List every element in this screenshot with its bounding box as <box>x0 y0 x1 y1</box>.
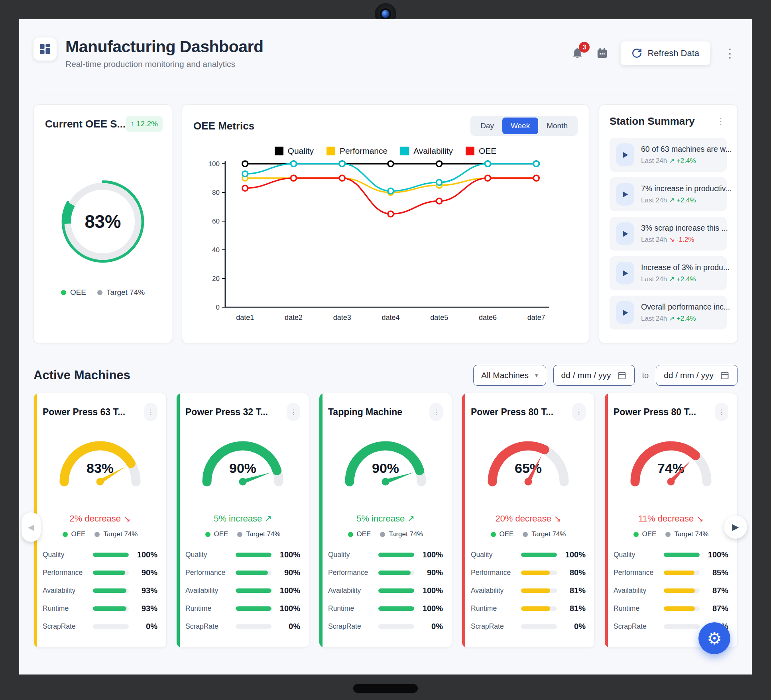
svg-text:83%: 83% <box>85 212 121 232</box>
metric-label: Quality <box>614 551 664 559</box>
metric-value: 90% <box>129 568 157 577</box>
summary-row: Current OEE S... ↑ 12.2% 83% OEE Target … <box>33 104 738 343</box>
target-legend-dot <box>380 532 385 537</box>
date-to-input[interactable]: dd / mm / yyy <box>656 365 738 386</box>
machine-metric-row: Availability 93% <box>43 586 157 595</box>
machine-card-title: Power Press 32 T... <box>185 407 268 418</box>
metric-label: Availability <box>185 586 236 595</box>
machine-filter-select[interactable]: All Machines ▾ <box>473 365 546 386</box>
machine-gauge-legend: OEE Target 74% <box>614 530 728 538</box>
machine-metric-row: Quality 100% <box>614 550 728 559</box>
machine-card: Power Press 80 T... ⋮ 74% 11% decrease ↘… <box>604 393 738 648</box>
date-from-input[interactable]: dd / mm / yyy <box>553 365 635 386</box>
station-item-meta: Last 24h ↗ +2.4% <box>641 196 732 204</box>
metric-value: 85% <box>700 568 728 577</box>
metric-value: 80% <box>557 568 586 577</box>
station-item-title: 7% increase in productiv... <box>641 184 732 193</box>
svg-text:90%: 90% <box>229 461 256 476</box>
svg-text:60: 60 <box>212 218 220 225</box>
metric-label: ScrapRate <box>185 622 236 631</box>
machine-metric-row: Availability 100% <box>328 586 443 595</box>
metric-value: 100% <box>271 550 300 559</box>
target-legend-dot <box>94 532 100 537</box>
range-tab-week[interactable]: Week <box>502 118 538 134</box>
svg-text:date1: date1 <box>236 314 254 322</box>
target-legend-dot <box>665 532 671 537</box>
machine-filter-value: All Machines <box>481 371 529 380</box>
metric-label: Availability <box>328 586 378 595</box>
refresh-data-button[interactable]: Refresh Data <box>620 41 710 65</box>
machine-card-menu-button[interactable]: ⋮ <box>144 403 157 421</box>
machine-metrics: Quality 100% Performance 85% Availabilit… <box>614 550 728 631</box>
svg-text:date6: date6 <box>479 314 497 322</box>
header-menu-button[interactable]: ⋮ <box>722 46 738 61</box>
station-summary-item[interactable]: 7% increase in productiv... Last 24h ↗ +… <box>610 177 727 211</box>
svg-text:90%: 90% <box>372 461 399 476</box>
machine-card-menu-button[interactable]: ⋮ <box>429 403 443 421</box>
metric-bar <box>93 606 129 611</box>
chart-legend: QualityPerformanceAvailabilityOEE <box>193 146 578 156</box>
metric-bar <box>378 588 414 593</box>
machine-oee-gauge: 83% <box>52 431 148 491</box>
notification-badge: 3 <box>579 42 590 53</box>
refresh-label: Refresh Data <box>647 48 699 59</box>
metric-label: Performance <box>328 569 378 577</box>
station-summary-item[interactable]: Overall performance inc... Last 24h ↗ +2… <box>610 296 727 329</box>
machine-metric-row: Performance 90% <box>43 568 157 577</box>
play-icon <box>616 222 634 245</box>
machine-card-menu-button[interactable]: ⋮ <box>287 403 300 421</box>
svg-text:0: 0 <box>216 304 219 311</box>
metric-bar <box>236 553 271 557</box>
legend-swatch <box>275 147 283 155</box>
metric-bar <box>93 571 129 575</box>
machine-card-menu-button[interactable]: ⋮ <box>715 403 728 421</box>
metric-bar <box>664 624 700 629</box>
machine-metric-row: ScrapRate 0% <box>43 622 157 631</box>
range-tab-day[interactable]: Day <box>472 118 502 134</box>
station-summary-menu-button[interactable]: ⋮ <box>715 116 727 127</box>
station-item-title: Increase of 3% in produ... <box>641 263 730 272</box>
machine-gauge-legend: OEE Target 74% <box>328 530 443 538</box>
station-summary-item[interactable]: 60 of 63 machines are w... Last 24h ↗ +2… <box>610 138 727 172</box>
metric-label: ScrapRate <box>471 622 521 631</box>
machine-gauge-legend: OEE Target 74% <box>185 530 300 538</box>
range-tab-month[interactable]: Month <box>538 118 576 134</box>
oee-legend-dot <box>205 532 210 537</box>
metric-bar <box>93 624 129 629</box>
machine-filters: All Machines ▾ dd / mm / yyy to dd / mm … <box>473 365 738 386</box>
calendar-icon <box>617 371 627 380</box>
notifications-button[interactable]: 3 <box>571 47 584 60</box>
calendar-icon <box>596 47 608 59</box>
metric-label: Performance <box>43 569 93 577</box>
machine-metric-row: ScrapRate 0% <box>328 622 443 631</box>
metric-label: Runtime <box>43 604 93 613</box>
machine-card-menu-button[interactable]: ⋮ <box>572 403 586 421</box>
calendar-button[interactable] <box>596 47 608 59</box>
header-branding: Manufacturing Dashboard Real-time produc… <box>33 37 263 69</box>
settings-fab[interactable]: ⚙ <box>698 622 730 654</box>
carousel-next-button[interactable]: ▶ <box>724 516 747 539</box>
metric-bar <box>664 588 700 593</box>
metric-label: Availability <box>471 586 521 595</box>
station-summary-item[interactable]: 3% scrap increase this ... Last 24h ↘ -1… <box>610 217 727 251</box>
machine-gauge-legend: OEE Target 74% <box>43 530 157 538</box>
metric-bar <box>521 571 557 575</box>
oee-donut-legend: OEE Target 74% <box>45 288 161 297</box>
station-summary-item[interactable]: Increase of 3% in produ... Last 24h ↗ +2… <box>610 256 727 290</box>
machine-metric-row: Quality 100% <box>328 550 443 559</box>
home-indicator[interactable] <box>353 684 418 693</box>
oee-legend-dot <box>63 532 68 537</box>
machine-metric-row: Availability 81% <box>471 586 586 595</box>
metric-value: 81% <box>557 604 586 613</box>
metric-bar <box>664 606 700 611</box>
metric-label: Performance <box>471 569 521 577</box>
machine-metric-row: Runtime 93% <box>43 604 157 613</box>
svg-text:date7: date7 <box>527 314 545 322</box>
machine-card-title: Tapping Machine <box>328 407 402 418</box>
oee-metrics-card: OEE Metrics DayWeekMonth QualityPerforma… <box>182 104 589 343</box>
metric-value: 93% <box>129 586 157 595</box>
machine-change-text: 2% decrease ↘ <box>43 514 157 524</box>
metric-value: 87% <box>700 586 728 595</box>
metric-label: ScrapRate <box>614 622 664 631</box>
carousel-prev-button[interactable]: ◀ <box>22 512 41 542</box>
